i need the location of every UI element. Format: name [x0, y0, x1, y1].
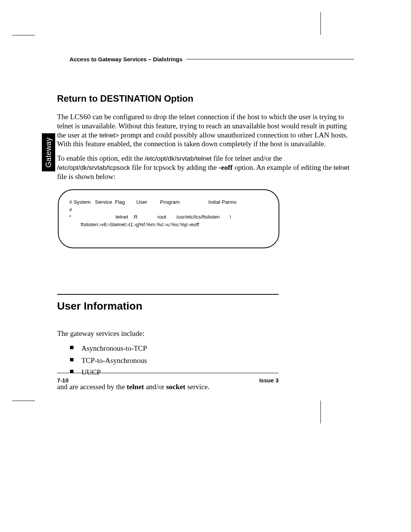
footer-rule	[57, 373, 279, 373]
paragraph: and are accessed by the telnet and/or so…	[57, 382, 354, 391]
subsection-heading: Return to DESTINATION Option	[57, 93, 354, 104]
paragraph: The gateway services include:	[57, 329, 354, 338]
paragraph: To enable this option, edit the /etc/opt…	[57, 154, 354, 181]
page: Gateway Access to Gateway Services – Dia…	[0, 0, 411, 532]
chapter-tab: Gateway	[42, 133, 55, 171]
page-footer: 7-10 Issue 3	[57, 377, 279, 383]
paragraph: The LCS60 can be configured to drop the …	[57, 112, 354, 149]
page-number: 7-10	[57, 377, 68, 383]
running-header: Access to Gateway Services – Dialstrings	[57, 50, 354, 69]
crop-mark	[12, 401, 35, 401]
content-area: Access to Gateway Services – Dialstrings…	[57, 50, 354, 397]
code-line: ftslisten:›v6:›Stelnet:›l1:›g%f.%m.%c:›u…	[69, 221, 268, 228]
code-line: * telnet R root /usr/etc/lcs/ftslisten \	[69, 213, 268, 221]
section-heading: User Information	[57, 300, 354, 312]
crop-mark	[320, 12, 321, 35]
chapter-tab-label: Gateway	[44, 137, 53, 168]
code-line: #	[69, 206, 268, 214]
issue-number: Issue 3	[259, 377, 279, 383]
list-item: TCP-to-Asynchronous	[73, 355, 354, 366]
section-rule	[57, 294, 279, 295]
header-text: Access to Gateway Services – Dialstrings	[57, 50, 183, 69]
crop-mark	[12, 35, 35, 35]
code-listing: # System Service Flag User Program Initi…	[58, 189, 279, 248]
section-heading-block: User Information	[57, 294, 354, 312]
header-rule	[186, 59, 354, 59]
code-line: # System Service Flag User Program Initi…	[69, 198, 268, 206]
list-item: Asynchronous-to-TCP	[73, 343, 354, 354]
crop-mark	[320, 401, 321, 423]
